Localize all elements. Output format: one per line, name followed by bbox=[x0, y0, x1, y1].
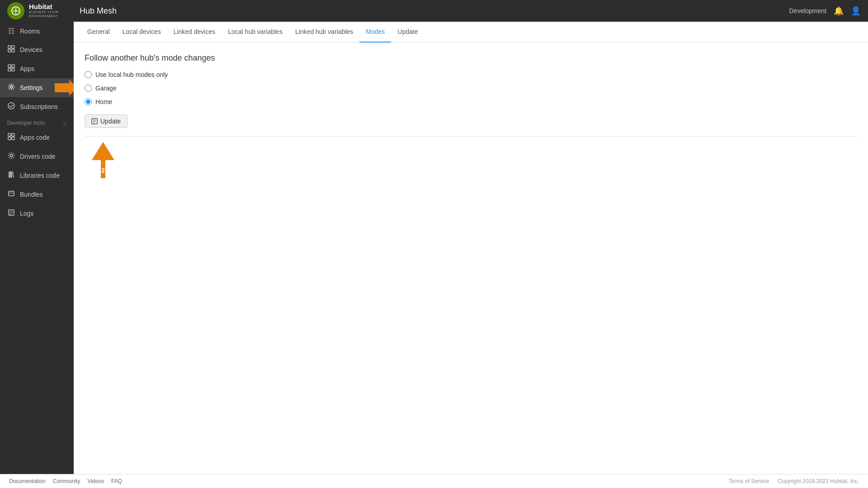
logo-area: Hubitat ELEVATE YOUR ENVIRONMENT bbox=[7, 2, 80, 19]
devices-icon bbox=[7, 45, 15, 54]
radio-home[interactable] bbox=[85, 98, 92, 105]
sidebar-item-label: Drivers code bbox=[20, 153, 56, 160]
sidebar-item-apps[interactable]: Apps bbox=[0, 59, 74, 78]
logo-icon bbox=[7, 2, 24, 19]
tab-update[interactable]: Update bbox=[391, 22, 424, 43]
sidebar-item-devices[interactable]: Devices bbox=[0, 40, 74, 59]
update-icon bbox=[91, 118, 98, 124]
svg-point-16 bbox=[10, 155, 13, 157]
developer-tools-header: Developer tools ⤡ bbox=[0, 116, 74, 128]
sidebar-item-label: Subscriptions bbox=[20, 103, 58, 110]
sidebar-item-logs[interactable]: Logs bbox=[0, 204, 74, 223]
svg-rect-2 bbox=[12, 46, 14, 48]
radio-group-modes: Use local hub modes only Garage Home bbox=[85, 71, 857, 105]
sidebar-item-bundles[interactable]: Bundles bbox=[0, 185, 74, 204]
sidebar-item-label: Bundles bbox=[20, 191, 43, 198]
svg-rect-8 bbox=[12, 68, 14, 71]
content-divider bbox=[85, 136, 857, 137]
sidebar-item-libraries-code[interactable]: Libraries code bbox=[0, 166, 74, 185]
sidebar-item-drivers-code[interactable]: Drivers code bbox=[0, 147, 74, 166]
svg-point-9 bbox=[10, 86, 13, 88]
radio-label-home: Home bbox=[95, 98, 112, 105]
radio-label-garage: Garage bbox=[95, 85, 117, 92]
footer-right: Terms of Service Copyright 2018-2023 Hub… bbox=[729, 478, 859, 484]
radio-garage[interactable] bbox=[85, 85, 92, 92]
subscriptions-icon bbox=[7, 102, 15, 111]
update-button[interactable]: Update bbox=[85, 114, 127, 128]
svg-rect-1 bbox=[8, 46, 11, 48]
radio-local-only[interactable] bbox=[85, 71, 92, 78]
sidebar-item-label: Settings bbox=[20, 84, 43, 91]
notification-icon[interactable]: 🔔 bbox=[834, 6, 844, 16]
tab-general[interactable]: General bbox=[81, 22, 116, 43]
svg-marker-20 bbox=[92, 142, 114, 178]
svg-rect-15 bbox=[12, 137, 14, 140]
svg-rect-3 bbox=[8, 49, 11, 52]
footer-link-community[interactable]: Community bbox=[53, 478, 80, 484]
svg-rect-7 bbox=[8, 68, 11, 71]
bundles-icon bbox=[7, 190, 15, 199]
sidebar-item-label: Apps bbox=[20, 65, 34, 72]
collapse-icon[interactable]: ⤡ bbox=[63, 121, 66, 126]
footer-link-videos[interactable]: Videos bbox=[87, 478, 104, 484]
developer-tools-label: Developer tools bbox=[7, 120, 45, 126]
sidebar-item-subscriptions[interactable]: Subscriptions bbox=[0, 97, 74, 116]
svg-rect-13 bbox=[12, 133, 14, 136]
page-title: Hub Mesh bbox=[80, 6, 789, 16]
tab-linked-hub-variables[interactable]: Linked hub variables bbox=[289, 22, 359, 43]
drivers-code-icon bbox=[7, 152, 15, 161]
annotation-arrow-right bbox=[55, 80, 74, 96]
sidebar-item-label: Rooms bbox=[20, 28, 40, 35]
layout: ☷ Rooms Devices bbox=[0, 22, 868, 474]
svg-rect-4 bbox=[12, 49, 14, 52]
apps-icon bbox=[7, 64, 15, 73]
tab-linked-devices[interactable]: Linked devices bbox=[167, 22, 222, 43]
main-content: General Local devices Linked devices Loc… bbox=[74, 22, 868, 474]
radio-label-local-only: Use local hub modes only bbox=[95, 71, 168, 78]
rooms-icon: ☷ bbox=[7, 27, 15, 35]
sidebar-item-label: Apps code bbox=[20, 134, 50, 141]
svg-rect-12 bbox=[8, 133, 11, 136]
logs-icon bbox=[7, 209, 15, 218]
footer-link-documentation[interactable]: Documentation bbox=[9, 478, 46, 484]
tab-local-devices[interactable]: Local devices bbox=[116, 22, 167, 43]
sidebar-item-label: Libraries code bbox=[20, 172, 60, 179]
svg-text:2: 2 bbox=[101, 167, 105, 174]
apps-code-icon bbox=[7, 133, 15, 142]
footer-copyright: Copyright 2018-2023 Hubitat, Inc. bbox=[778, 478, 859, 484]
header: Hubitat ELEVATE YOUR ENVIRONMENT Hub Mes… bbox=[0, 0, 868, 22]
annotation-up-arrow: 2 bbox=[92, 142, 114, 178]
sidebar-item-apps-code[interactable]: Apps code bbox=[0, 128, 74, 147]
svg-rect-14 bbox=[8, 137, 11, 140]
radio-item-home[interactable]: Home bbox=[85, 98, 857, 105]
sidebar-item-label: Devices bbox=[20, 46, 42, 53]
logo-text: Hubitat ELEVATE YOUR ENVIRONMENT bbox=[29, 3, 80, 19]
radio-item-garage[interactable]: Garage bbox=[85, 85, 857, 92]
tab-local-hub-variables[interactable]: Local hub variables bbox=[222, 22, 289, 43]
svg-rect-5 bbox=[8, 65, 11, 67]
svg-rect-17 bbox=[9, 191, 14, 196]
update-button-label: Update bbox=[100, 118, 121, 125]
footer-link-faq[interactable]: FAQ bbox=[111, 478, 122, 484]
sidebar-item-rooms[interactable]: ☷ Rooms bbox=[0, 22, 74, 40]
sidebar-item-settings[interactable]: Settings bbox=[0, 78, 74, 97]
svg-marker-10 bbox=[55, 80, 74, 96]
user-icon[interactable]: 👤 bbox=[851, 6, 861, 16]
header-user: Development bbox=[789, 7, 827, 14]
footer-links: Documentation Community Videos FAQ bbox=[9, 478, 122, 484]
settings-icon bbox=[7, 83, 15, 92]
libraries-code-icon bbox=[7, 171, 15, 180]
tab-bar: General Local devices Linked devices Loc… bbox=[74, 22, 868, 43]
tab-modes[interactable]: Modes bbox=[359, 22, 391, 43]
content-heading: Follow another hub's mode changes bbox=[85, 53, 857, 63]
header-right: Development 🔔 👤 bbox=[789, 6, 861, 16]
svg-point-11 bbox=[8, 103, 14, 109]
page-content: Follow another hub's mode changes Use lo… bbox=[74, 43, 868, 474]
footer: Documentation Community Videos FAQ Terms… bbox=[0, 474, 868, 488]
radio-item-local-only[interactable]: Use local hub modes only bbox=[85, 71, 857, 78]
sidebar: ☷ Rooms Devices bbox=[0, 22, 74, 474]
svg-rect-6 bbox=[12, 65, 14, 67]
sidebar-item-label: Logs bbox=[20, 210, 33, 217]
footer-terms[interactable]: Terms of Service bbox=[729, 478, 769, 484]
